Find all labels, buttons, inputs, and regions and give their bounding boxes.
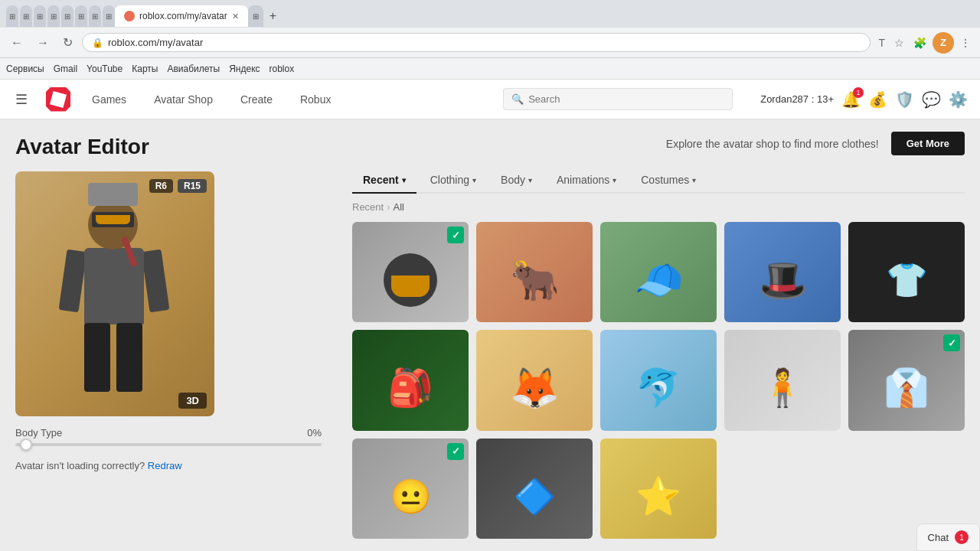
chat-widget[interactable]: Chat 1 [916,523,980,551]
redraw-prompt-text: Avatar isn't loading correctly? [15,460,145,471]
shield-button[interactable]: 🛡️ [895,90,914,109]
body-type-pct: 0% [307,427,322,439]
translate-button[interactable]: T [875,34,888,52]
avatar-arm-right [142,249,170,313]
messages-button[interactable]: 💬 [922,90,941,109]
item-card[interactable]: ✓ 😐 [352,439,469,539]
bookmark-button[interactable]: ☆ [891,34,907,52]
item-card[interactable]: 🎩 Chilly Winter Wizard Hat [724,222,841,322]
tabs-nav: Recent ▾ Clothing ▾ Body ▾ Animations ▾ … [352,168,965,194]
chat-label: Chat [928,532,949,543]
notifications-button[interactable]: 🔔 1 [841,90,861,109]
get-more-button[interactable]: Get More [891,132,965,155]
right-panel: Explore the avatar shop to find more clo… [337,119,980,551]
menu-button[interactable]: ⋮ [957,34,974,52]
chat-badge: 1 [955,530,969,544]
forward-button[interactable]: → [32,33,54,53]
avatar-container: R6 R15 3D [15,171,214,416]
robux-button[interactable]: 💰 [868,90,887,109]
roblox-logo-inner [50,90,67,107]
url-input[interactable] [108,37,861,48]
item-visual [384,253,437,307]
redraw-button[interactable]: Redraw [148,460,182,471]
settings-button[interactable]: ⚙️ [949,90,968,109]
left-panel: Avatar Editor R6 R15 [0,119,337,551]
browser-tab-other[interactable]: ⊞ [61,5,74,27]
browser-tab-other[interactable]: ⊞ [103,5,115,27]
item-card[interactable]: 🧍 ROBLOX Boy [724,330,841,430]
search-bar[interactable]: 🔍 [503,88,733,110]
tab-label: roblox.com/my/avatar [139,11,227,21]
item-card[interactable]: 🧢 Verified, Bonafide, [600,222,717,322]
breadcrumb-all[interactable]: All [394,201,404,213]
breadcrumb-recent[interactable]: Recent [352,201,384,213]
browser-tab-other[interactable]: ⊞ [89,5,101,27]
bookmark-youtube[interactable]: YouTube [87,64,122,74]
bookmark-maps[interactable]: Карты [132,64,158,74]
tab-costumes[interactable]: Costumes ▾ [630,168,707,194]
item-card[interactable]: ✓ 👔 NeoClassic Male v2 - Shirt [848,330,965,430]
tab-close-button[interactable]: ✕ [232,11,239,21]
nav-avatar-shop[interactable]: Avatar Shop [148,90,219,109]
chevron-down-icon: ▾ [402,176,406,184]
browser-frame: ⊞ ⊞ ⊞ ⊞ ⊞ ⊞ ⊞ ⊞ roblox.com/my/avatar ✕ ⊞… [0,0,980,80]
browser-tab-other[interactable]: ⊞ [6,5,18,27]
back-button[interactable]: ← [6,33,28,53]
tab-clothing[interactable]: Clothing ▾ [420,168,487,194]
item-card[interactable]: 🔷 [476,439,593,539]
address-bar[interactable]: 🔒 [82,33,871,52]
body-type-section: Body Type 0% [15,427,322,446]
item-image: 🔷 [476,439,593,539]
nav-games[interactable]: Games [86,90,132,109]
tab-animations[interactable]: Animations ▾ [546,168,627,194]
browser-tab-other[interactable]: ⊞ [248,5,263,27]
roblox-logo[interactable] [46,87,70,112]
nav-create[interactable]: Create [234,90,279,109]
tab-recent[interactable]: Recent ▾ [352,168,416,194]
avatar-hat [88,183,138,206]
new-tab-button[interactable]: + [263,6,283,26]
browser-tab-other[interactable]: ⊞ [47,5,60,27]
item-selected-check: ✓ [447,443,464,460]
avatar-leg-right [116,323,142,392]
view-3d-button[interactable]: 3D [178,393,207,409]
item-card[interactable]: 👕 Ready Player Two Shirt [848,222,965,322]
browser-tab-other[interactable]: ⊞ [75,5,87,27]
item-card[interactable]: 🐂 Happy New Year Ox [476,222,593,322]
promo-text: Explore the avatar shop to find more clo… [666,138,879,150]
browser-tabs: ⊞ ⊞ ⊞ ⊞ ⊞ ⊞ ⊞ ⊞ roblox.com/my/avatar ✕ ⊞… [0,0,980,28]
search-input[interactable] [528,93,724,105]
item-image: 🐂 [476,222,593,322]
bookmark-roblox[interactable]: roblox [270,64,295,74]
bookmark-yandex[interactable]: Яндекс [229,64,260,74]
item-card[interactable]: ⭐ [600,439,717,539]
item-card[interactable]: 🎒 RB Battle Pack [352,330,469,430]
bookmark-services[interactable]: Сервисы [6,64,44,74]
item-card[interactable]: 🐬 Dapper Narwhal [600,330,717,430]
browser-tab-other[interactable]: ⊞ [20,5,32,27]
chevron-down-icon: ▾ [472,176,476,184]
promo-bar: Explore the avatar shop to find more clo… [352,132,965,155]
item-card[interactable]: ✓ Arctic Ninja Cat [352,222,469,322]
search-icon: 🔍 [511,93,524,105]
browser-tab-other[interactable]: ⊞ [34,5,46,27]
item-card[interactable]: 🦊 Fiery Fox Shoulder Pal [476,330,593,430]
slider-thumb[interactable] [20,439,32,451]
item-image: 🦊 [476,330,593,430]
reload-button[interactable]: ↻ [58,32,77,53]
item-image: ✓ 👔 [848,330,965,430]
body-type-slider[interactable] [15,443,322,446]
hamburger-menu-button[interactable]: ☰ [12,88,31,111]
nav-robux[interactable]: Robux [294,90,337,109]
bookmark-flights[interactable]: Авиабилеты [167,64,220,74]
item-selected-check: ✓ [447,227,464,243]
item-image: ✓ 😐 [352,439,469,539]
active-tab[interactable]: roblox.com/my/avatar ✕ [115,5,248,27]
avatar-arm-left [59,249,87,313]
tab-body[interactable]: Body ▾ [490,168,543,194]
bookmark-gmail[interactable]: Gmail [54,64,77,74]
browser-user-avatar[interactable]: Z [933,32,954,54]
item-image: 👕 [848,222,965,322]
extensions-button[interactable]: 🧩 [910,34,929,52]
editor-title: Avatar Editor [15,135,322,159]
